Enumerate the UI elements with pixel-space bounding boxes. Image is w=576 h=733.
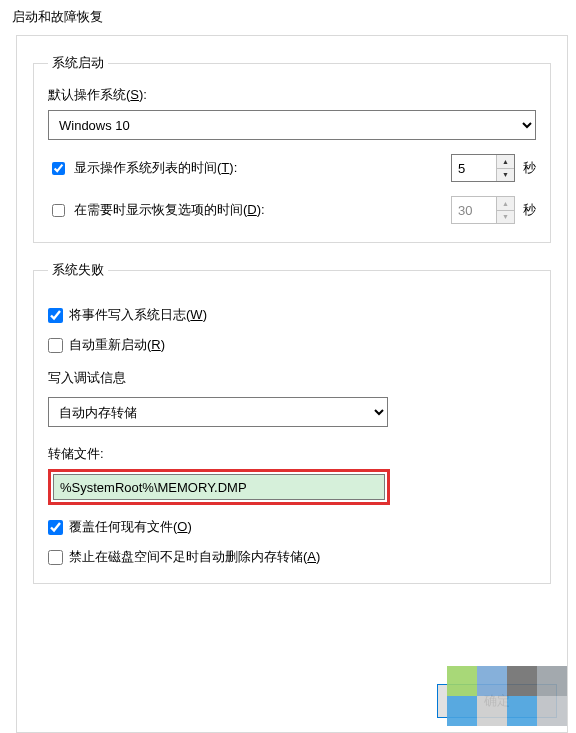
ok-button[interactable]: 确定 [437, 684, 557, 718]
show-os-list-seconds-input[interactable] [452, 155, 496, 181]
show-os-list-checkbox[interactable] [52, 162, 65, 175]
spinner-down-icon[interactable]: ▼ [497, 168, 514, 182]
auto-restart-checkbox[interactable] [48, 338, 63, 353]
debug-info-label: 写入调试信息 [48, 369, 536, 387]
seconds-unit: 秒 [523, 201, 536, 219]
write-eventlog-checkbox[interactable] [48, 308, 63, 323]
overwrite-label: 覆盖任何现有文件(O) [69, 519, 192, 535]
show-recovery-seconds-input [452, 197, 496, 223]
no-autodelete-checkbox[interactable] [48, 550, 63, 565]
show-os-list-label: 显示操作系统列表的时间(T): [74, 159, 237, 177]
show-os-list-seconds-spinner[interactable]: ▲ ▼ [451, 154, 515, 182]
spinner-down-icon: ▼ [497, 210, 514, 224]
group-system-failure: 系统失败 将事件写入系统日志(W) 自动重新启动(R) 写入调试信息 自动内存转… [33, 261, 551, 584]
no-autodelete-label: 禁止在磁盘空间不足时自动删除内存转储(A) [69, 549, 320, 565]
seconds-unit: 秒 [523, 159, 536, 177]
default-os-label: 默认操作系统(S): [48, 86, 536, 104]
group-system-startup: 系统启动 默认操作系统(S): Windows 10 显示操作系统列表的时间(T… [33, 54, 551, 243]
dialog-buttons: 确定 [437, 684, 557, 718]
spinner-up-icon[interactable]: ▲ [497, 155, 514, 168]
default-os-select[interactable]: Windows 10 [48, 110, 536, 140]
auto-restart-label: 自动重新启动(R) [69, 337, 165, 353]
dump-file-highlight [48, 469, 390, 505]
dump-file-label: 转储文件: [48, 445, 536, 463]
show-recovery-checkbox[interactable] [52, 204, 65, 217]
dump-file-input[interactable] [53, 474, 385, 500]
debug-info-select[interactable]: 自动内存转储 [48, 397, 388, 427]
legend-system-failure: 系统失败 [48, 261, 108, 279]
show-recovery-label: 在需要时显示恢复选项的时间(D): [74, 201, 265, 219]
dialog-title: 启动和故障恢复 [0, 0, 576, 34]
overwrite-checkbox[interactable] [48, 520, 63, 535]
legend-system-startup: 系统启动 [48, 54, 108, 72]
show-recovery-seconds-spinner: ▲ ▼ [451, 196, 515, 224]
write-eventlog-label: 将事件写入系统日志(W) [69, 307, 207, 323]
spinner-up-icon: ▲ [497, 197, 514, 210]
dialog-body: 系统启动 默认操作系统(S): Windows 10 显示操作系统列表的时间(T… [16, 35, 568, 733]
